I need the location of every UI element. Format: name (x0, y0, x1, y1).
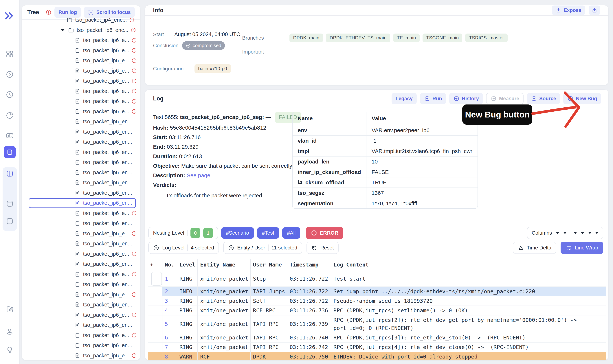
tree-item[interactable]: tso_packet_ip6_en... (22, 340, 140, 351)
reset-button[interactable]: Reset (307, 242, 339, 254)
log-row[interactable]: − 7 RING xmit/one_packet TAPI RPC 03:11:… (148, 343, 606, 352)
test-filter-button[interactable]: #Test (257, 227, 279, 239)
file-icon (74, 292, 80, 298)
tree-item[interactable]: tso_packet_ip6_en... (22, 320, 140, 330)
tree-item[interactable]: tso_packet_ip6_e... (22, 106, 140, 117)
branch-pill: TSRIGS: master (465, 34, 508, 42)
columns-dropdown[interactable]: Columns (527, 227, 603, 239)
tree-item[interactable]: tso_packet_ip6_en... (22, 239, 140, 249)
tree-item[interactable]: tso_packet_ip6_e... (22, 55, 140, 66)
file-icon (74, 281, 80, 287)
tree-item[interactable]: tso_packet_ip4_enc... (22, 15, 140, 25)
error-filter-button[interactable]: ERROR (306, 227, 343, 239)
tree-item[interactable]: tso_packet_ip6_en... (22, 279, 140, 290)
tree-item[interactable]: tso_packet_ip6_e... (22, 269, 140, 280)
log-row[interactable]: − 8 WARN RCF DPDK 03:11:26.750 ETHDEV: D… (148, 352, 606, 360)
tree-item-label: tso_packet_ip6_en... (83, 220, 132, 226)
pie-chart-icon[interactable] (5, 111, 14, 120)
bar-chart-icon[interactable] (5, 131, 14, 140)
tree-item[interactable]: tso_packet_ip6_en... (22, 127, 140, 137)
tree-item[interactable]: tso_packet_ip6_en... (22, 157, 140, 168)
log-row[interactable]: − 6 RING xmit/one_packet TAPI RPC 03:11:… (148, 333, 606, 343)
file-icon (74, 139, 80, 145)
tree-item[interactable]: tso_packet_ip6_en... (22, 218, 140, 229)
all-filter-button[interactable]: #All (282, 227, 300, 239)
tree-item[interactable]: tso_packet_ip6_en... (22, 168, 140, 178)
run-button[interactable]: Run (420, 93, 446, 104)
parameter-row: tmpl VAR.tmpl.iut2tst.vxlan6.tcp6_fin_ps… (293, 146, 478, 156)
nesting-level-chip[interactable]: 0 (190, 228, 200, 238)
layout-top-icon[interactable] (5, 199, 14, 208)
tree-item[interactable]: tso_packet_ip6_e... (22, 351, 140, 361)
entity-cell: xmit/one_packet (198, 306, 251, 315)
history-clock-icon[interactable] (5, 90, 14, 99)
see-page-link[interactable]: See page (187, 172, 210, 178)
row-number-link[interactable]: 4 (162, 306, 177, 315)
tree-item[interactable]: tso_packet_ip6_en... (22, 178, 140, 188)
line-wrap-button[interactable]: Line Wrap (561, 242, 603, 254)
tree-item[interactable]: tso_packet_ip6_en... (22, 137, 140, 147)
layout-full-icon[interactable] (5, 217, 14, 225)
dashboard-grid-icon[interactable] (5, 50, 14, 58)
expose-button[interactable]: Expose (552, 5, 585, 15)
time-delta-button[interactable]: Time Delta (513, 242, 556, 254)
row-number-link[interactable]: 8 (162, 352, 177, 360)
log-row[interactable]: − 4 RING xmit/one_packet RCF RPC 03:11:2… (148, 306, 606, 315)
user-cell: TAPI RPC (251, 315, 287, 333)
row-number-link[interactable]: 6 (162, 333, 177, 342)
log-row[interactable]: − 1 RING xmit/one_packet Step 03:11:26.7… (148, 271, 606, 287)
content-cell: Test start (331, 271, 606, 286)
row-number-link[interactable]: 2 (162, 287, 177, 296)
tree-item[interactable]: tso_packet_ip6_en... (22, 198, 140, 208)
tree-item[interactable]: tso_packet_ip6_enc... (22, 25, 140, 35)
tree-item[interactable]: tso_packet_ip6_en... (22, 259, 140, 269)
tree-item[interactable]: tso_packet_ip6_e... (22, 330, 140, 340)
entity-user-control[interactable]: Entity / User 11 selected (223, 242, 302, 254)
lightbulb-icon[interactable] (5, 346, 14, 354)
tree-item[interactable]: tso_packet_ip6_e... (22, 35, 140, 45)
share-button[interactable] (589, 5, 600, 15)
log-nav-active[interactable] (4, 146, 16, 158)
tree-item[interactable]: tso_packet_ip6_e... (22, 45, 140, 56)
tree-item[interactable]: tso_packet_ip6_e... (22, 86, 140, 96)
log-row[interactable]: − 5 RING xmit/one_packet TAPI RPC 03:11:… (148, 315, 606, 333)
row-number-link[interactable]: 3 (162, 296, 177, 306)
timestamp-cell: 03:11:26.742 (287, 343, 331, 352)
row-number-link[interactable]: 5 (162, 315, 177, 333)
tree-item[interactable]: tso_packet_ip6_e... (22, 66, 140, 76)
layout-left-icon[interactable] (5, 169, 14, 178)
log-row[interactable]: − 3 RING xmit/one_packet Self 03:11:26.7… (148, 296, 606, 306)
branch-pill: TE: main (393, 34, 420, 42)
history-button[interactable]: History (449, 93, 483, 104)
tree-item[interactable]: tso_packet_ip6_en... (22, 147, 140, 157)
log-row[interactable]: − 2 INFO xmit/one_packet TAPI Jumps 03:1… (148, 287, 606, 296)
tree-item[interactable]: tso_packet_ip6_en... (22, 300, 140, 310)
tree-item[interactable]: tso_packet_ip6_e... (22, 249, 140, 259)
file-icon (74, 88, 80, 94)
file-icon (74, 261, 80, 267)
tree-item[interactable]: tso_packet_ip6_en... (22, 188, 140, 198)
tree-item[interactable]: tso_packet_ip6_e... (22, 290, 140, 300)
tree-item[interactable]: tso_packet_ip6_e... (22, 96, 140, 106)
tree-item[interactable]: tso_packet_ip6_e... (22, 76, 140, 86)
measure-button[interactable]: Measure (486, 93, 523, 104)
scenario-filter-button[interactable]: #Scenario (221, 227, 254, 239)
warning-circle-icon (131, 48, 137, 53)
collapse-toggle[interactable]: − (151, 272, 162, 286)
tree-item[interactable]: tso_packet_ip6_e... (22, 310, 140, 320)
configuration-pill[interactable]: balin-x710-p0 (195, 64, 231, 73)
legacy-button[interactable]: Legacy (391, 93, 417, 104)
tree-item[interactable]: tso_packet_ip6_e... (22, 208, 140, 219)
compose-icon[interactable] (5, 305, 14, 314)
tree-item[interactable]: tso_packet_ip6_en... (22, 117, 140, 127)
logo-chevrons-icon[interactable] (5, 12, 14, 19)
caret-down-icon[interactable] (61, 29, 65, 31)
row-number-link[interactable]: 1 (162, 271, 177, 286)
user-icon[interactable] (5, 327, 14, 336)
nesting-level-chip[interactable]: 1 (203, 228, 213, 238)
log-level-control[interactable]: Log Level 4 selected (148, 242, 219, 254)
tree-item[interactable]: tso_packet_ip6_e... (22, 229, 140, 239)
tree-item-label: tso_packet_ip6_e... (83, 78, 129, 84)
row-number-link[interactable]: 7 (162, 343, 177, 352)
play-circle-icon[interactable] (5, 70, 14, 79)
